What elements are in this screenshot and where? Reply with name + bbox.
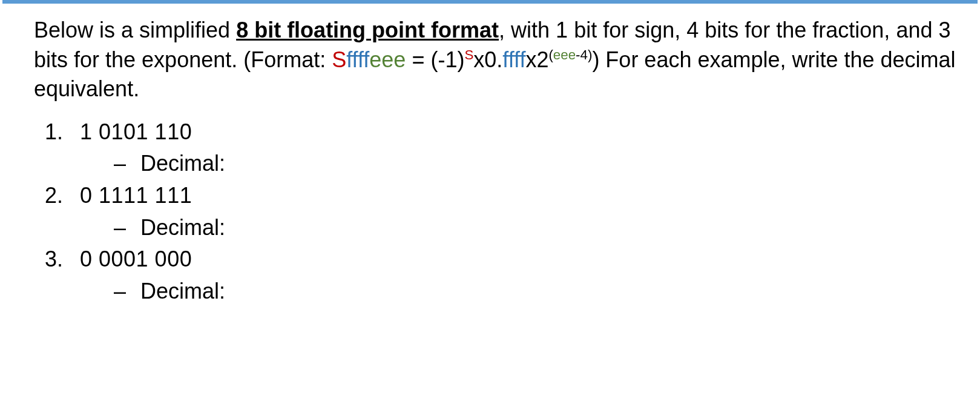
format-eee: eee (369, 47, 406, 72)
decimal-label: Decimal: (140, 277, 225, 306)
document-body: Below is a simplified 8 bit floating poi… (0, 5, 980, 306)
problem-list: 1 0101 110 – Decimal: 0 1111 111 – Decim… (34, 118, 956, 306)
top-rule (2, 0, 978, 4)
intro-paragraph: Below is a simplified 8 bit floating poi… (34, 16, 956, 104)
intro-bold: 8 bit floating point format (236, 18, 499, 42)
intro-mid2: x2 (525, 47, 548, 72)
bit-pattern: 0 0001 000 (80, 247, 192, 271)
intro-prefix: Below is a simplified (34, 18, 236, 42)
answer-line: – Decimal: (114, 149, 956, 179)
intro-eq: = (-1) (406, 47, 464, 72)
format-ffff2: ffff (502, 47, 525, 72)
format-S: S (332, 47, 346, 72)
bit-pattern: 0 1111 111 (80, 183, 192, 208)
answer-line: – Decimal: (114, 277, 956, 306)
bit-pattern: 1 0101 110 (80, 119, 192, 144)
dash-icon: – (114, 213, 131, 243)
dash-icon: – (114, 277, 131, 306)
sup-open: ( (548, 47, 553, 62)
format-ffff: ffff (346, 47, 369, 72)
intro-mid1: x0. (473, 47, 502, 72)
sup-eee: eee (553, 47, 576, 62)
sup-S: S (464, 47, 473, 62)
answer-line: – Decimal: (114, 213, 956, 243)
dash-icon: – (114, 149, 131, 179)
list-item: 0 0001 000 – Decimal: (69, 245, 956, 306)
sup-minus4: -4) (576, 47, 592, 62)
list-item: 1 0101 110 – Decimal: (69, 118, 956, 179)
decimal-label: Decimal: (140, 149, 225, 179)
decimal-label: Decimal: (140, 213, 225, 243)
list-item: 0 1111 111 – Decimal: (69, 181, 956, 242)
